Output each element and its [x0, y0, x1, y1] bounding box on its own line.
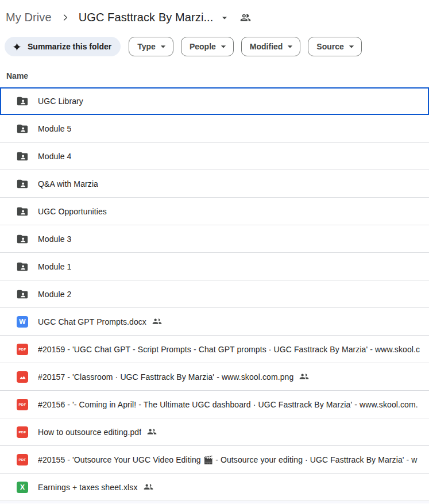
- shared-people-badge-icon: [144, 482, 153, 492]
- file-row[interactable]: X Earnings + taxes sheet.xlsx: [0, 474, 429, 501]
- file-row[interactable]: #20157 - 'Classroom · UGC Fasttrack By M…: [0, 363, 429, 391]
- file-row[interactable]: PDF #20155 - 'Outsource Your UGC Video E…: [0, 446, 429, 474]
- filter-chip-modified[interactable]: Modified: [241, 37, 301, 56]
- file-name: Q&A with Marzia: [38, 179, 98, 188]
- folder-title-dropdown[interactable]: UGC Fasttrack By Marzi...: [79, 11, 231, 24]
- word-file-icon: W: [16, 316, 29, 328]
- shared-people-outline-icon[interactable]: [239, 11, 252, 24]
- file-row[interactable]: PDF #20159 - 'UGC Chat GPT - Script Prom…: [0, 336, 429, 363]
- shared-folder-icon: [16, 205, 29, 218]
- file-name: #20157 - 'Classroom · UGC Fasttrack By M…: [38, 372, 293, 382]
- caret-down-icon: [218, 41, 229, 52]
- file-name: How to outsource editing.pdf: [38, 428, 141, 437]
- caret-down-icon: [219, 12, 230, 24]
- caret-down-icon: [284, 41, 296, 52]
- shared-folder-icon: [16, 95, 29, 107]
- file-row[interactable]: PDF #20156 - '- Coming in April! - The U…: [0, 391, 429, 418]
- pdf-file-icon: PDF: [16, 426, 29, 438]
- excel-file-icon: X: [16, 481, 29, 494]
- file-row[interactable]: UGC Library: [0, 87, 429, 115]
- shared-folder-icon: [16, 178, 29, 190]
- summarize-folder-label: Summarize this folder: [28, 42, 111, 51]
- file-row[interactable]: Q&A with Marzia: [0, 170, 429, 198]
- pdf-file-icon: PDF: [16, 398, 29, 411]
- filter-chip-label: People: [190, 42, 216, 51]
- breadcrumb-my-drive-link[interactable]: My Drive: [6, 11, 52, 24]
- shared-people-badge-icon: [152, 317, 162, 326]
- name-column-header[interactable]: Name: [0, 71, 429, 80]
- pdf-file-icon: PDF: [16, 453, 29, 466]
- file-row[interactable]: W UGC Chat GPT Prompts.docx: [0, 308, 429, 336]
- file-name: Module 4: [38, 152, 71, 161]
- image-file-icon: [16, 371, 29, 383]
- file-name: Module 2: [38, 290, 71, 299]
- caret-down-icon: [346, 41, 357, 52]
- shared-people-badge-icon: [299, 372, 309, 382]
- shared-folder-icon: [16, 260, 29, 273]
- shared-folder-icon: [16, 150, 29, 163]
- summarize-folder-button[interactable]: Summarize this folder: [5, 37, 121, 56]
- sparkle-icon: [12, 42, 22, 52]
- shared-people-badge-icon: [147, 427, 157, 437]
- file-name: #20156 - '- Coming in April! - The Ultim…: [38, 400, 418, 409]
- shared-folder-icon: [16, 122, 29, 135]
- chevron-right-icon: [61, 13, 69, 22]
- filter-chip-people[interactable]: People: [181, 37, 234, 56]
- file-list: UGC Library Module 5 Module 4 Q&A with M…: [0, 87, 429, 501]
- filter-chip-label: Modified: [250, 42, 283, 51]
- pdf-file-icon: PDF: [16, 343, 29, 356]
- caret-down-icon: [157, 41, 169, 52]
- file-name: UGC Opportunities: [38, 207, 107, 216]
- folder-title: UGC Fasttrack By Marzi...: [79, 11, 214, 24]
- filter-chip-type[interactable]: Type: [129, 37, 173, 56]
- file-name: #20155 - 'Outsource Your UGC Video Editi…: [38, 455, 418, 464]
- filter-chips: TypePeopleModifiedSource: [127, 37, 362, 56]
- file-name: Module 3: [38, 234, 71, 244]
- filter-chip-label: Type: [137, 42, 156, 51]
- file-row[interactable]: Module 3: [0, 225, 429, 253]
- filter-chip-label: Source: [316, 42, 343, 51]
- next-row-hover-strip: [0, 501, 429, 503]
- file-row[interactable]: PDF How to outsource editing.pdf: [0, 418, 429, 446]
- file-name: UGC Chat GPT Prompts.docx: [38, 317, 146, 326]
- shared-folder-icon: [16, 288, 29, 301]
- shared-folder-icon: [16, 233, 29, 245]
- file-name: Module 1: [38, 262, 71, 271]
- breadcrumb: My Drive UGC Fasttrack By Marzi...: [0, 0, 429, 28]
- file-name: #20159 - 'UGC Chat GPT - Script Prompts …: [38, 345, 420, 354]
- file-row[interactable]: Module 5: [0, 115, 429, 143]
- file-name: Earnings + taxes sheet.xlsx: [38, 483, 138, 492]
- file-name: Module 5: [38, 124, 71, 133]
- file-row[interactable]: Module 4: [0, 143, 429, 170]
- file-row[interactable]: UGC Opportunities: [0, 198, 429, 225]
- file-row[interactable]: Module 2: [0, 280, 429, 308]
- filter-chip-source[interactable]: Source: [308, 37, 361, 56]
- filter-bar: Summarize this folder TypePeopleModified…: [0, 37, 429, 56]
- file-name: UGC Library: [38, 97, 83, 106]
- file-row[interactable]: Module 1: [0, 253, 429, 280]
